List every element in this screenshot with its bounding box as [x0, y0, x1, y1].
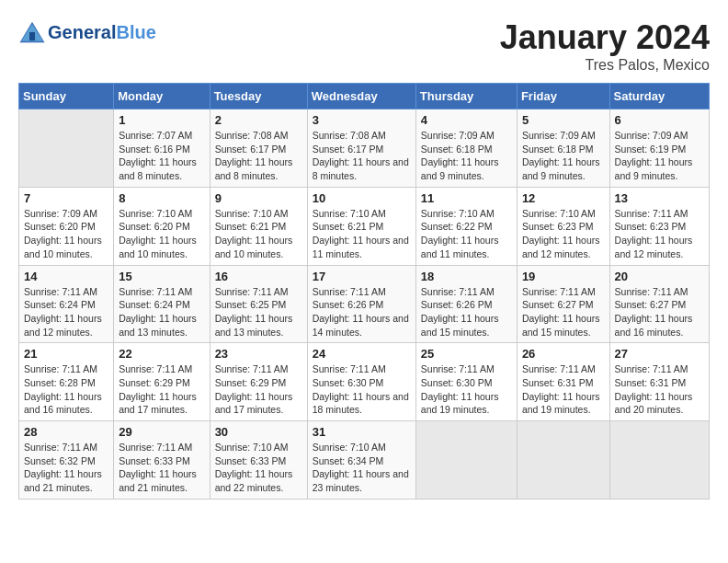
day-info: Sunrise: 7:07 AM Sunset: 6:16 PM Dayligh…	[119, 129, 204, 183]
sunset-text: Sunset: 6:23 PM	[615, 221, 687, 232]
calendar-cell: 8 Sunrise: 7:10 AM Sunset: 6:20 PM Dayli…	[114, 187, 210, 265]
sunrise-text: Sunrise: 7:11 AM	[119, 442, 192, 453]
day-info: Sunrise: 7:08 AM Sunset: 6:17 PM Dayligh…	[215, 129, 302, 183]
sunset-text: Sunset: 6:32 PM	[24, 455, 96, 466]
day-number: 9	[215, 191, 302, 205]
calendar-cell: 14 Sunrise: 7:11 AM Sunset: 6:24 PM Dayl…	[19, 265, 114, 343]
day-info: Sunrise: 7:09 AM Sunset: 6:19 PM Dayligh…	[615, 129, 704, 183]
sunrise-text: Sunrise: 7:11 AM	[119, 363, 192, 374]
sunrise-text: Sunrise: 7:09 AM	[24, 208, 97, 219]
day-number: 19	[522, 270, 605, 283]
sunrise-text: Sunrise: 7:11 AM	[615, 363, 688, 374]
sunset-text: Sunset: 6:21 PM	[215, 221, 287, 232]
daylight-text: Daylight: 11 hours and 15 minutes.	[421, 313, 499, 338]
daylight-text: Daylight: 11 hours and 16 minutes.	[615, 313, 693, 338]
day-info: Sunrise: 7:09 AM Sunset: 6:18 PM Dayligh…	[522, 129, 605, 183]
daylight-text: Daylight: 11 hours and 16 minutes.	[24, 391, 102, 416]
day-info: Sunrise: 7:11 AM Sunset: 6:29 PM Dayligh…	[215, 362, 302, 417]
day-info: Sunrise: 7:11 AM Sunset: 6:33 PM Dayligh…	[119, 441, 204, 495]
calendar-week-row: 7 Sunrise: 7:09 AM Sunset: 6:20 PM Dayli…	[19, 187, 710, 265]
day-info: Sunrise: 7:11 AM Sunset: 6:27 PM Dayligh…	[615, 285, 704, 339]
calendar-week-row: 1 Sunrise: 7:07 AM Sunset: 6:16 PM Dayli…	[19, 109, 710, 188]
calendar-cell: 20 Sunrise: 7:11 AM Sunset: 6:27 PM Dayl…	[609, 265, 709, 343]
sunrise-text: Sunrise: 7:11 AM	[215, 286, 289, 297]
daylight-text: Daylight: 11 hours and 15 minutes.	[522, 313, 600, 338]
day-number: 8	[119, 191, 204, 205]
logo-icon	[18, 18, 46, 46]
daylight-text: Daylight: 11 hours and 20 minutes.	[615, 391, 693, 416]
sunrise-text: Sunrise: 7:10 AM	[119, 208, 192, 219]
calendar-table: Sunday Monday Tuesday Wednesday Thursday…	[18, 83, 710, 500]
header-friday: Friday	[517, 84, 609, 109]
day-info: Sunrise: 7:10 AM Sunset: 6:20 PM Dayligh…	[119, 207, 204, 261]
sunrise-text: Sunrise: 7:11 AM	[313, 363, 386, 374]
day-number: 17	[313, 270, 411, 283]
day-info: Sunrise: 7:11 AM Sunset: 6:31 PM Dayligh…	[615, 362, 704, 417]
day-info: Sunrise: 7:11 AM Sunset: 6:32 PM Dayligh…	[24, 441, 108, 495]
day-info: Sunrise: 7:08 AM Sunset: 6:17 PM Dayligh…	[313, 129, 411, 183]
sunrise-text: Sunrise: 7:11 AM	[615, 208, 688, 219]
calendar-week-row: 14 Sunrise: 7:11 AM Sunset: 6:24 PM Dayl…	[19, 265, 710, 343]
sunrise-text: Sunrise: 7:09 AM	[522, 130, 596, 141]
sunset-text: Sunset: 6:30 PM	[421, 377, 493, 388]
daylight-text: Daylight: 11 hours and 10 minutes.	[215, 235, 293, 259]
sunrise-text: Sunrise: 7:08 AM	[313, 130, 386, 141]
calendar-cell: 6 Sunrise: 7:09 AM Sunset: 6:19 PM Dayli…	[609, 109, 709, 188]
daylight-text: Daylight: 11 hours and 8 minutes.	[313, 156, 409, 181]
sunset-text: Sunset: 6:33 PM	[215, 455, 287, 466]
sunset-text: Sunset: 6:17 PM	[215, 144, 287, 155]
sunset-text: Sunset: 6:18 PM	[421, 144, 493, 155]
sunset-text: Sunset: 6:26 PM	[421, 299, 493, 310]
daylight-text: Daylight: 11 hours and 9 minutes.	[615, 156, 693, 181]
sunrise-text: Sunrise: 7:11 AM	[421, 286, 495, 297]
day-number: 20	[615, 270, 704, 283]
sunset-text: Sunset: 6:25 PM	[215, 299, 287, 310]
calendar-cell: 25 Sunrise: 7:11 AM Sunset: 6:30 PM Dayl…	[415, 343, 517, 421]
sunrise-text: Sunrise: 7:11 AM	[24, 442, 97, 453]
logo-blue: Blue	[116, 22, 155, 42]
daylight-text: Daylight: 11 hours and 19 minutes.	[522, 391, 600, 416]
sunrise-text: Sunrise: 7:10 AM	[421, 208, 495, 219]
day-number: 10	[313, 191, 411, 205]
day-info: Sunrise: 7:10 AM Sunset: 6:33 PM Dayligh…	[215, 441, 302, 495]
day-number: 15	[119, 270, 204, 283]
daylight-text: Daylight: 11 hours and 8 minutes.	[119, 156, 197, 181]
day-info: Sunrise: 7:11 AM Sunset: 6:27 PM Dayligh…	[522, 285, 605, 339]
calendar-cell: 28 Sunrise: 7:11 AM Sunset: 6:32 PM Dayl…	[19, 421, 114, 500]
sunrise-text: Sunrise: 7:07 AM	[119, 130, 192, 141]
calendar-cell: 24 Sunrise: 7:11 AM Sunset: 6:30 PM Dayl…	[307, 343, 415, 421]
daylight-text: Daylight: 11 hours and 11 minutes.	[313, 235, 409, 259]
daylight-text: Daylight: 11 hours and 21 minutes.	[24, 468, 102, 493]
calendar-cell: 2 Sunrise: 7:08 AM Sunset: 6:17 PM Dayli…	[210, 109, 307, 188]
logo: GeneralBlue	[18, 18, 156, 46]
sunset-text: Sunset: 6:23 PM	[522, 221, 594, 232]
sunset-text: Sunset: 6:16 PM	[119, 144, 190, 155]
header-monday: Monday	[114, 84, 210, 109]
calendar-cell: 13 Sunrise: 7:11 AM Sunset: 6:23 PM Dayl…	[609, 187, 709, 265]
sunrise-text: Sunrise: 7:11 AM	[24, 286, 97, 297]
daylight-text: Daylight: 11 hours and 13 minutes.	[215, 313, 293, 338]
calendar-cell: 17 Sunrise: 7:11 AM Sunset: 6:26 PM Dayl…	[307, 265, 415, 343]
sunrise-text: Sunrise: 7:11 AM	[313, 286, 386, 297]
sunrise-text: Sunrise: 7:11 AM	[421, 363, 495, 374]
calendar-cell: 11 Sunrise: 7:10 AM Sunset: 6:22 PM Dayl…	[415, 187, 517, 265]
calendar-cell: 1 Sunrise: 7:07 AM Sunset: 6:16 PM Dayli…	[114, 109, 210, 188]
sunrise-text: Sunrise: 7:11 AM	[24, 363, 97, 374]
sunset-text: Sunset: 6:20 PM	[119, 221, 190, 232]
sunrise-text: Sunrise: 7:10 AM	[522, 208, 596, 219]
daylight-text: Daylight: 11 hours and 22 minutes.	[215, 468, 293, 493]
calendar-cell: 18 Sunrise: 7:11 AM Sunset: 6:26 PM Dayl…	[415, 265, 517, 343]
header-thursday: Thursday	[415, 84, 517, 109]
sunrise-text: Sunrise: 7:09 AM	[421, 130, 495, 141]
day-number: 21	[24, 347, 108, 361]
calendar-cell: 16 Sunrise: 7:11 AM Sunset: 6:25 PM Dayl…	[210, 265, 307, 343]
sunset-text: Sunset: 6:19 PM	[615, 144, 687, 155]
header-saturday: Saturday	[609, 84, 709, 109]
sunset-text: Sunset: 6:29 PM	[215, 377, 287, 388]
day-info: Sunrise: 7:11 AM Sunset: 6:28 PM Dayligh…	[24, 362, 108, 417]
calendar-cell: 4 Sunrise: 7:09 AM Sunset: 6:18 PM Dayli…	[415, 109, 517, 188]
daylight-text: Daylight: 11 hours and 13 minutes.	[119, 313, 197, 338]
calendar-cell	[19, 109, 114, 188]
sunrise-text: Sunrise: 7:10 AM	[215, 208, 289, 219]
calendar-cell: 15 Sunrise: 7:11 AM Sunset: 6:24 PM Dayl…	[114, 265, 210, 343]
